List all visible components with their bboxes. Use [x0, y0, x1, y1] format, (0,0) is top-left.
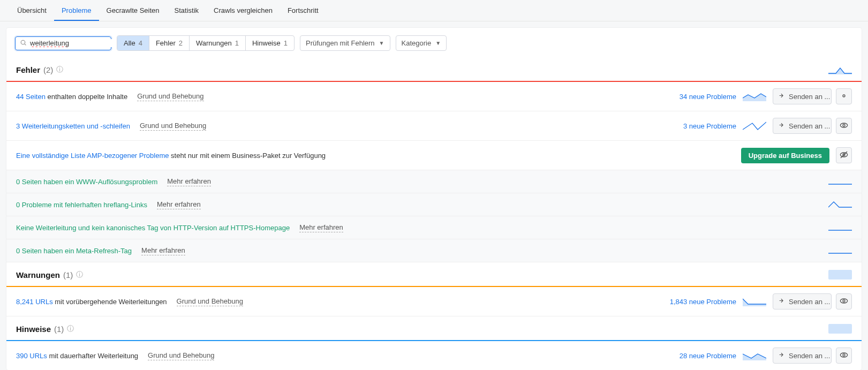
chevron-down-icon: ▼	[379, 40, 384, 46]
section-title: Hinweise	[16, 324, 51, 334]
issue-text: mit vorübergehende Weiterleitungen	[53, 298, 167, 306]
sparkline	[828, 65, 852, 74]
reason-link[interactable]: Grund und Behebung	[177, 297, 243, 306]
svg-point-12	[843, 300, 845, 302]
segment-warnings[interactable]: Warnungen 1	[190, 36, 246, 50]
reason-link[interactable]: Grund und Behebung	[140, 122, 206, 131]
info-icon[interactable]: ⓘ	[76, 270, 83, 280]
send-to-button[interactable]: Senden an ...	[773, 293, 832, 309]
info-icon[interactable]: ⓘ	[56, 65, 63, 74]
issue-link[interactable]: 0 Seiten haben ein Meta-Refresh-Tag	[16, 247, 132, 255]
sparkline	[828, 324, 852, 334]
issue-row-muted: 0 Seiten haben ein WWW-Auflösungsproblem…	[6, 170, 862, 193]
svg-point-11	[840, 299, 847, 303]
category-dropdown[interactable]: Kategorie ▼	[396, 35, 447, 51]
share-icon	[779, 351, 786, 360]
reason-link[interactable]: Grund und Behebung	[137, 92, 203, 101]
svg-point-3	[840, 123, 847, 127]
upgrade-button[interactable]: Upgrade auf Business	[741, 148, 829, 163]
issue-link[interactable]: 44 Seiten	[16, 93, 46, 101]
svg-point-4	[843, 124, 845, 126]
segment-label: Warnungen	[196, 39, 232, 47]
segment-all[interactable]: Alle 4	[117, 36, 149, 50]
section-title: Fehler	[16, 65, 40, 74]
section-count: (2)	[43, 65, 53, 74]
hide-button[interactable]	[836, 348, 852, 364]
dropdown-label: Prüfungen mit Fehlern	[306, 39, 375, 47]
chevron-down-icon: ▼	[435, 40, 441, 46]
search-input-wrap[interactable]: ✕	[15, 36, 111, 50]
learn-more-link[interactable]: Mehr erfahren	[167, 177, 211, 186]
nav-statistics[interactable]: Statistik	[167, 0, 207, 21]
filter-segments: Alle 4 Fehler 2 Warnungen 1 Hinweise 1	[117, 35, 295, 51]
segment-errors[interactable]: Fehler 2	[149, 36, 190, 50]
issue-row: 390 URLs mit dauerhafter Weiterleitung G…	[6, 341, 862, 370]
nav-crawled-pages[interactable]: Gecrawlte Seiten	[99, 0, 167, 21]
reason-link[interactable]: Grund und Behebung	[148, 351, 214, 360]
send-to-button[interactable]: Senden an ...	[773, 118, 832, 134]
sparkline	[828, 200, 852, 209]
sparkline	[828, 270, 852, 280]
notices-header: Hinweise (1) ⓘ	[6, 316, 862, 340]
new-problems-link[interactable]: 34 neue Probleme	[680, 93, 736, 101]
info-icon[interactable]: ⓘ	[67, 324, 74, 334]
button-label: Senden an ...	[789, 122, 830, 130]
segment-count: 4	[139, 39, 142, 47]
issue-link[interactable]: Keine Weiterleitung und kein kanonisches…	[16, 224, 290, 232]
send-to-button[interactable]: Senden an ...	[773, 88, 832, 104]
hide-button[interactable]	[836, 293, 852, 309]
issue-row-muted: 0 Probleme mit fehlerhaften hreflang-Lin…	[6, 193, 862, 216]
top-nav: Übersicht Probleme Gecrawlte Seiten Stat…	[0, 0, 868, 21]
learn-more-link[interactable]: Mehr erfahren	[157, 200, 201, 209]
checks-dropdown[interactable]: Prüfungen mit Fehlern ▼	[300, 35, 390, 51]
send-to-button[interactable]: Senden an ...	[773, 348, 832, 364]
issue-text: steht nur mit einem Business-Paket zur V…	[169, 152, 326, 160]
eye-icon	[840, 92, 848, 102]
new-problems-link[interactable]: 1,843 neue Probleme	[670, 298, 736, 306]
nav-progress[interactable]: Fortschritt	[280, 0, 326, 21]
nav-problems[interactable]: Probleme	[54, 0, 99, 21]
segment-label: Fehler	[156, 39, 176, 47]
svg-point-13	[840, 353, 847, 357]
issue-link[interactable]: 390 URLs	[16, 352, 47, 360]
issue-row: 8,241 URLs mit vorübergehende Weiterleit…	[6, 287, 862, 316]
sparkline	[828, 246, 852, 255]
issue-link[interactable]: 0 Seiten haben ein WWW-Auflösungsproblem	[16, 178, 157, 186]
sparkline	[743, 92, 766, 101]
toolbar: ✕ Alle 4 Fehler 2 Warnungen 1 Hinweise 1…	[6, 28, 862, 57]
share-icon	[779, 92, 786, 101]
hide-button[interactable]	[836, 147, 852, 163]
hide-button[interactable]	[836, 118, 852, 134]
button-label: Senden an ...	[789, 352, 830, 360]
new-problems-link[interactable]: 3 neue Probleme	[683, 122, 736, 130]
sparkline	[743, 121, 766, 131]
share-icon	[779, 122, 786, 130]
search-input[interactable]	[30, 39, 120, 47]
sparkline	[743, 297, 766, 306]
nav-compare-crawls[interactable]: Crawls vergleichen	[206, 0, 280, 21]
nav-overview[interactable]: Übersicht	[10, 0, 54, 21]
section-count: (1)	[54, 324, 64, 334]
warnings-header: Warnungen (1) ⓘ	[6, 262, 862, 286]
issue-link[interactable]: 8,241 URLs	[16, 298, 53, 306]
sparkline	[828, 177, 852, 186]
segment-label: Alle	[124, 39, 135, 47]
issue-row: 44 Seiten enthalten doppelte Inhalte Gru…	[6, 82, 862, 111]
errors-header: Fehler (2) ⓘ	[6, 57, 862, 81]
svg-point-0	[21, 40, 25, 44]
issue-link[interactable]: 0 Probleme mit fehlerhaften hreflang-Lin…	[16, 201, 147, 209]
sparkline	[743, 351, 766, 360]
segment-label: Hinweise	[252, 39, 281, 47]
issue-link[interactable]: Eine vollständige Liste AMP-bezogener Pr…	[16, 152, 169, 160]
sparkline	[828, 223, 852, 232]
issue-link[interactable]: 3 Weiterleitungsketten und -schleifen	[16, 122, 130, 130]
learn-more-link[interactable]: Mehr erfahren	[141, 246, 185, 255]
segment-notices[interactable]: Hinweise 1	[246, 36, 294, 50]
new-problems-link[interactable]: 28 neue Probleme	[680, 352, 736, 360]
issue-text: enthalten doppelte Inhalte	[46, 93, 127, 101]
hide-button[interactable]	[836, 88, 852, 104]
svg-line-1	[25, 44, 26, 45]
eye-icon	[840, 351, 848, 361]
learn-more-link[interactable]: Mehr erfahren	[299, 223, 343, 232]
section-title: Warnungen	[16, 270, 60, 280]
